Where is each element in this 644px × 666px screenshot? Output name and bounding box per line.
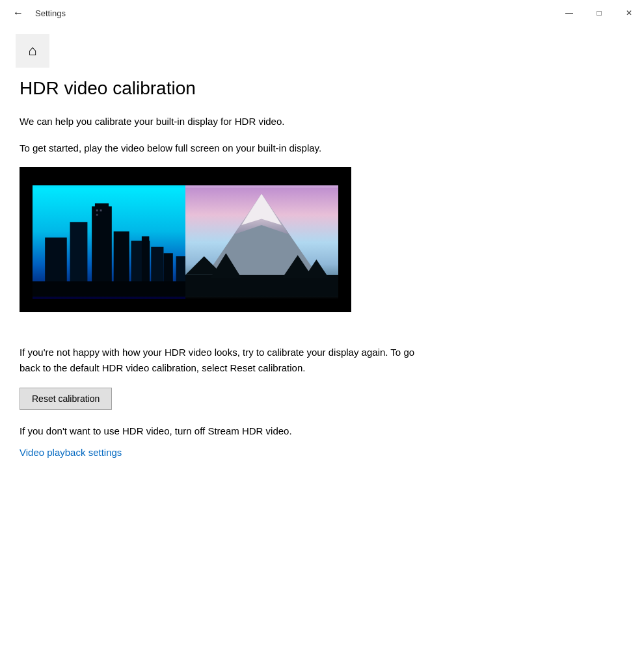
close-button[interactable]: ✕	[614, 0, 644, 26]
back-button[interactable]: ←	[8, 3, 29, 23]
description-1: We can help you calibrate your built-in …	[20, 114, 436, 129]
home-button[interactable]: ⌂	[16, 34, 49, 68]
svg-rect-4	[45, 237, 67, 287]
minimize-button[interactable]: —	[554, 0, 584, 26]
home-icon: ⌂	[28, 42, 36, 59]
maximize-button[interactable]: □	[584, 0, 614, 26]
window-controls: — □ ✕	[554, 0, 644, 26]
svg-rect-1	[92, 206, 112, 287]
svg-rect-12	[100, 209, 102, 211]
calibration-info-text: If you're not happy with how your HDR vi…	[20, 345, 436, 376]
close-icon: ✕	[626, 8, 632, 18]
city-skyline-svg	[33, 185, 185, 299]
video-right-panel	[185, 185, 338, 299]
minimize-icon: —	[565, 8, 573, 18]
svg-rect-13	[96, 214, 98, 216]
svg-rect-5	[114, 232, 129, 287]
video-left-panel	[33, 185, 185, 299]
maximize-icon: □	[597, 8, 601, 18]
page-title: HDR video calibration	[20, 78, 436, 99]
video-preview	[20, 167, 351, 312]
reset-calibration-button[interactable]: Reset calibration	[20, 388, 112, 410]
stream-hdr-text: If you don't want to use HDR video, turn…	[20, 424, 436, 439]
home-section: ⌂	[0, 26, 644, 68]
video-playback-link[interactable]: Video playback settings	[20, 447, 122, 458]
svg-rect-7	[142, 236, 150, 287]
svg-rect-14	[33, 281, 185, 297]
back-icon: ←	[13, 7, 23, 19]
description-2: To get started, play the video below ful…	[20, 141, 436, 156]
main-content: HDR video calibration We can help you ca…	[0, 68, 455, 477]
svg-rect-19	[185, 275, 338, 297]
title-bar: ← Settings — □ ✕	[0, 0, 644, 26]
window-title: Settings	[35, 8, 66, 18]
video-images	[33, 185, 338, 299]
mountain-svg	[185, 185, 338, 299]
svg-rect-3	[70, 222, 88, 287]
svg-rect-11	[96, 209, 98, 211]
